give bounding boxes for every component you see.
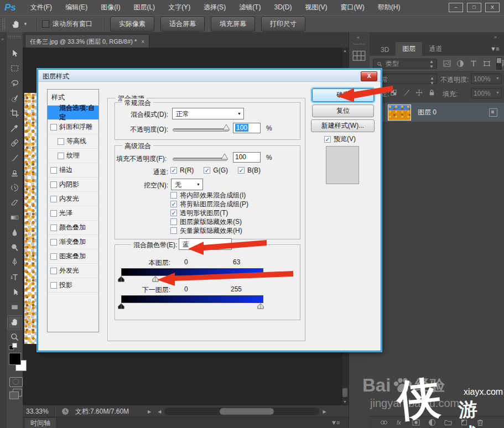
advanced-option-checkbox[interactable]: [170, 227, 177, 234]
option-button[interactable]: 打印尺寸: [261, 17, 305, 32]
style-checkbox[interactable]: [50, 282, 57, 289]
preview-checkbox[interactable]: [324, 136, 331, 143]
healing-brush-tool[interactable]: [7, 136, 22, 151]
channel-option[interactable]: R(R): [170, 166, 194, 174]
style-item[interactable]: 等高线: [48, 134, 98, 149]
menu-item[interactable]: 3D(D): [267, 0, 298, 15]
collapse-panels-icon[interactable]: «: [357, 35, 360, 40]
link-icon[interactable]: [380, 418, 388, 427]
option-button[interactable]: 实际像素: [110, 17, 154, 32]
this-layer-shadow-slider[interactable]: [118, 276, 124, 282]
zoom-level[interactable]: 33.33%: [23, 408, 54, 415]
advanced-option-checkbox[interactable]: [170, 192, 177, 199]
crop-tool[interactable]: [7, 106, 22, 121]
lock-position-icon[interactable]: [415, 88, 423, 97]
panel-menu-icon[interactable]: ▼≡: [490, 45, 498, 52]
group-icon[interactable]: [444, 418, 453, 427]
advanced-option[interactable]: 矢量蒙版隐藏效果(H): [170, 226, 248, 235]
underlying-highlight-slider[interactable]: [257, 303, 264, 309]
history-brush-tool[interactable]: [7, 181, 22, 196]
type-filter-icon[interactable]: [469, 59, 478, 68]
shape-tool[interactable]: [7, 300, 22, 315]
document-tab[interactable]: 任务三.jpg @ 33.3% (图层 0, RGB/8#) * ×: [25, 34, 149, 48]
scroll-all-windows-checkbox[interactable]: [42, 20, 49, 28]
menu-item[interactable]: 帮助(H): [371, 0, 407, 15]
gradient-tool[interactable]: [7, 211, 22, 226]
style-item[interactable]: 光泽: [48, 206, 98, 221]
advanced-option[interactable]: 将剪贴图层混合成组(P): [170, 200, 248, 208]
underlying-layer-gradient-bar[interactable]: [121, 295, 263, 303]
advanced-option[interactable]: 透明形状图层(T): [170, 208, 248, 217]
style-checkbox[interactable]: [50, 225, 57, 231]
opacity-input[interactable]: 100: [233, 123, 261, 133]
style-item[interactable]: 渐变叠加: [48, 235, 98, 249]
menu-item[interactable]: 选择(S): [197, 0, 232, 15]
menu-item[interactable]: 窗口(W): [334, 0, 371, 15]
channel-checkbox[interactable]: [170, 167, 177, 174]
lasso-tool[interactable]: [7, 76, 22, 91]
layer-name[interactable]: 图层 0: [418, 108, 437, 117]
timeline-menu-icon[interactable]: ▼≡: [331, 419, 339, 426]
move-tool[interactable]: [7, 46, 22, 61]
close-button[interactable]: X: [485, 3, 500, 12]
dialog-close-button[interactable]: X: [361, 71, 377, 81]
layer-blend-mode-combo[interactable]: 正常 ▲▼: [372, 74, 437, 84]
channel-option[interactable]: G(G): [204, 166, 228, 174]
menu-item[interactable]: 滤镜(T): [232, 0, 267, 15]
brush-tool[interactable]: [7, 151, 22, 166]
style-item[interactable]: 内阴影: [48, 178, 98, 192]
screen-mode-button-front[interactable]: [9, 392, 19, 399]
filter-toggle-switch[interactable]: [496, 58, 502, 70]
path-select-tool[interactable]: [7, 285, 22, 300]
dock-grip[interactable]: [353, 43, 365, 45]
style-item[interactable]: 内发光: [48, 192, 98, 206]
option-button[interactable]: 适合屏幕: [160, 17, 205, 32]
fill-value-box[interactable]: 100% ▼: [471, 88, 502, 98]
clone-stamp-tool[interactable]: [7, 166, 22, 181]
expand-panels-icon[interactable]: »: [494, 34, 497, 40]
expand-toolbar-icon[interactable]: »: [1, 36, 4, 42]
eyedropper-tool[interactable]: [7, 121, 22, 136]
style-item[interactable]: 投影: [48, 278, 98, 293]
layer-thumbnail[interactable]: [388, 105, 411, 121]
quick-select-tool[interactable]: [7, 91, 22, 106]
scroll-up-icon[interactable]: ▲: [343, 49, 347, 53]
fill-opacity-slider-thumb[interactable]: [221, 153, 228, 159]
style-item[interactable]: 颜色叠加: [48, 221, 98, 235]
advanced-option-checkbox[interactable]: [170, 218, 177, 225]
opacity-value-box[interactable]: 100% ▼: [471, 74, 502, 84]
tab-close-icon[interactable]: ×: [141, 39, 144, 45]
scroll-down-icon[interactable]: ▼: [343, 400, 347, 404]
horizontal-scroll-thumb[interactable]: [220, 408, 274, 415]
style-item[interactable]: 外发光: [48, 264, 98, 278]
style-checkbox[interactable]: [50, 167, 57, 174]
horizontal-scrollbar[interactable]: [164, 408, 319, 415]
fill-opacity-input[interactable]: 100: [233, 152, 261, 163]
foreground-color-swatch[interactable]: [9, 353, 21, 365]
vertical-scroll-thumb[interactable]: [342, 388, 347, 397]
lock-pixels-icon[interactable]: [402, 88, 411, 97]
eraser-tool[interactable]: [7, 196, 22, 211]
panel-tab[interactable]: 通道: [422, 42, 449, 56]
document-image[interactable]: [24, 93, 38, 344]
option-button[interactable]: 填充屏幕: [211, 17, 255, 32]
new-style-button[interactable]: 新建样式(W)...: [311, 119, 375, 132]
advanced-option[interactable]: 将内部效果混合成组(I): [170, 191, 248, 200]
pen-tool[interactable]: [7, 255, 22, 270]
filter-type-combo[interactable]: 类型 ▲▼: [373, 59, 437, 69]
menu-item[interactable]: 图层(L): [127, 0, 162, 15]
toolbar-grip[interactable]: [8, 35, 21, 38]
menu-item[interactable]: 视图(V): [298, 0, 334, 15]
menu-item[interactable]: 编辑(E): [59, 0, 94, 15]
style-item[interactable]: 描边: [48, 163, 98, 178]
pixel-filter-icon[interactable]: [443, 59, 451, 68]
knockout-combo[interactable]: 无 ▼: [171, 179, 203, 190]
channel-option[interactable]: B(B): [238, 166, 261, 174]
panel-tab[interactable]: 图层: [396, 42, 422, 56]
advanced-option-checkbox[interactable]: [170, 210, 177, 216]
advanced-option[interactable]: 图层蒙版隐藏效果(S): [170, 217, 248, 226]
marquee-tool[interactable]: [7, 61, 22, 76]
style-checkbox[interactable]: [50, 124, 57, 131]
status-expand-icon[interactable]: ▶: [144, 409, 154, 414]
quick-mask-button[interactable]: [9, 377, 23, 387]
